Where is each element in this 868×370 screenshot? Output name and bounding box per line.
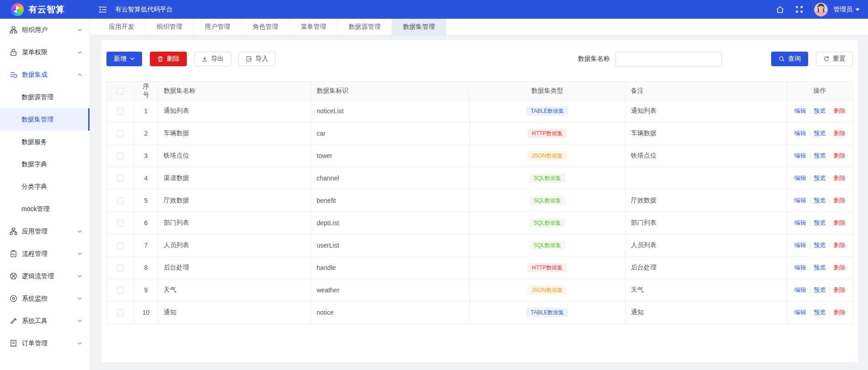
logicflow-icon (9, 272, 17, 280)
tab-数据源管理[interactable]: 数据源管理 (338, 19, 392, 35)
home-icon[interactable] (776, 5, 784, 14)
delete-link[interactable]: 删除 (834, 107, 846, 114)
delete-button[interactable]: 删除 (150, 52, 187, 66)
preview-link[interactable]: 预览 (814, 264, 826, 271)
row-checkbox[interactable] (117, 130, 124, 137)
delete-link[interactable]: 删除 (834, 152, 846, 159)
table-row: 8 后台处理 handle HTTP数据集 后台处理 编辑|预览|删除 (107, 257, 853, 279)
table-row: 1 通知列表 noticeList TABLE数据集 通知列表 编辑|预览|删除 (107, 100, 853, 122)
sidebar-item-系统工具[interactable]: 系统工具 (0, 310, 90, 332)
delete-link[interactable]: 删除 (834, 242, 846, 248)
row-checkbox[interactable] (117, 153, 124, 159)
tab-角色管理[interactable]: 角色管理 (242, 19, 290, 35)
preview-link[interactable]: 预览 (814, 286, 826, 293)
action-separator: | (809, 153, 810, 159)
cell-dataset-type: HTTP数据集 (470, 122, 625, 145)
sidebar-subitem-mock管理[interactable]: mock管理 (0, 198, 90, 220)
edit-link[interactable]: 编辑 (794, 309, 806, 316)
cell-dataset-code: noticeList (311, 100, 470, 122)
sidebar-item-应用管理[interactable]: 应用管理 (0, 220, 90, 243)
chevron-down-icon (130, 57, 135, 61)
preview-link[interactable]: 预览 (814, 309, 826, 316)
preview-link[interactable]: 预览 (814, 197, 826, 204)
preview-link[interactable]: 预览 (814, 242, 826, 248)
action-separator: | (829, 287, 831, 293)
dataset-table: 序号数据集名称数据集标识数据集类型备注操作 1 通知列表 noticeList … (106, 81, 853, 324)
sidebar-subitem-数据字典[interactable]: 数据字典 (0, 153, 90, 175)
data-integration-icon (9, 71, 17, 79)
sidebar-subitem-数据集管理[interactable]: 数据集管理 (0, 108, 90, 131)
row-checkbox[interactable] (117, 242, 124, 249)
edit-link[interactable]: 编辑 (794, 219, 806, 226)
preview-link[interactable]: 预览 (814, 130, 826, 137)
row-checkbox[interactable] (117, 264, 124, 271)
dataset-name-input[interactable] (615, 52, 722, 67)
delete-link[interactable]: 删除 (834, 286, 846, 293)
tab-数据集管理[interactable]: 数据集管理 (392, 19, 446, 35)
fullscreen-icon[interactable] (795, 5, 803, 13)
table-row: 5 厅效数据 benefit SQL数据集 厅效数据 编辑|预览|删除 (107, 190, 853, 212)
edit-link[interactable]: 编辑 (794, 130, 806, 137)
export-button[interactable]: 导出 (194, 52, 231, 66)
sidebar-item-订单管理[interactable]: 订单管理 (0, 332, 90, 354)
add-button-label: 新增 (114, 55, 127, 63)
reset-button[interactable]: 重置 (816, 52, 853, 66)
chevron-down-icon (77, 341, 82, 345)
preview-link[interactable]: 预览 (814, 152, 826, 159)
action-separator: | (809, 242, 810, 248)
row-checkbox[interactable] (117, 108, 124, 115)
cell-index: 2 (134, 122, 158, 145)
edit-link[interactable]: 编辑 (794, 107, 806, 114)
table-row: 3 铁塔点位 tower JSON数据集 铁塔点位 编辑|预览|删除 (107, 145, 853, 167)
tab-用户管理[interactable]: 用户管理 (194, 19, 242, 35)
tab-组织管理[interactable]: 组织管理 (146, 19, 194, 35)
add-button[interactable]: 新增 (106, 52, 142, 66)
row-checkbox[interactable] (117, 220, 124, 227)
preview-link[interactable]: 预览 (814, 107, 826, 114)
sidebar-collapse-icon[interactable] (98, 6, 107, 13)
row-checkbox[interactable] (117, 287, 124, 294)
sidebar-subitem-数据源管理[interactable]: 数据源管理 (0, 86, 90, 108)
delete-link[interactable]: 删除 (834, 219, 846, 226)
table-row: 9 天气 weather JSON数据集 天气 编辑|预览|删除 (107, 279, 853, 301)
tab-应用开发[interactable]: 应用开发 (98, 19, 146, 35)
cell-actions: 编辑|预览|删除 (787, 145, 853, 167)
sidebar-item-逻辑流管理[interactable]: 逻辑流管理 (0, 265, 90, 287)
cell-remark: 后台处理 (625, 257, 787, 279)
sidebar-item-数据集成[interactable]: 数据集成 (0, 63, 90, 86)
select-all-checkbox[interactable] (117, 88, 124, 95)
edit-link[interactable]: 编辑 (794, 174, 806, 181)
delete-link[interactable]: 删除 (834, 197, 846, 204)
edit-link[interactable]: 编辑 (794, 197, 806, 204)
user-avatar[interactable] (814, 3, 828, 16)
delete-link[interactable]: 删除 (834, 130, 846, 137)
import-button[interactable]: 导入 (238, 52, 275, 66)
query-group: 查询 重置 (771, 52, 853, 66)
sidebar-subitem-数据服务[interactable]: 数据服务 (0, 131, 90, 153)
edit-link[interactable]: 编辑 (794, 152, 806, 159)
edit-link[interactable]: 编辑 (794, 264, 806, 271)
preview-link[interactable]: 预览 (814, 219, 826, 226)
sidebar-subitem-分类字典[interactable]: 分类字典 (0, 175, 90, 198)
action-separator: | (829, 309, 831, 316)
row-checkbox[interactable] (117, 309, 124, 316)
delete-link[interactable]: 删除 (834, 174, 846, 181)
sidebar-item-组织用户[interactable]: 组织用户 (0, 19, 90, 41)
user-name: 管理员 (833, 5, 852, 14)
row-checkbox[interactable] (117, 197, 124, 204)
delete-link[interactable]: 删除 (834, 264, 846, 271)
cell-dataset-type: JSON数据集 (470, 279, 625, 301)
delete-link[interactable]: 删除 (834, 309, 846, 316)
user-menu[interactable]: 管理员 (833, 5, 860, 14)
tab-菜单管理[interactable]: 菜单管理 (290, 19, 338, 35)
cell-actions: 编辑|预览|删除 (787, 257, 853, 279)
row-checkbox[interactable] (117, 175, 124, 182)
edit-link[interactable]: 编辑 (794, 286, 806, 293)
edit-link[interactable]: 编辑 (794, 242, 806, 248)
query-button[interactable]: 查询 (771, 52, 808, 66)
sidebar-item-流程管理[interactable]: 流程管理 (0, 243, 90, 265)
sidebar-item-系统监控[interactable]: 系统监控 (0, 287, 90, 310)
sidebar-item-label: 数据集成 (22, 71, 48, 79)
preview-link[interactable]: 预览 (814, 174, 826, 181)
sidebar-item-菜单权限[interactable]: 菜单权限 (0, 41, 90, 63)
